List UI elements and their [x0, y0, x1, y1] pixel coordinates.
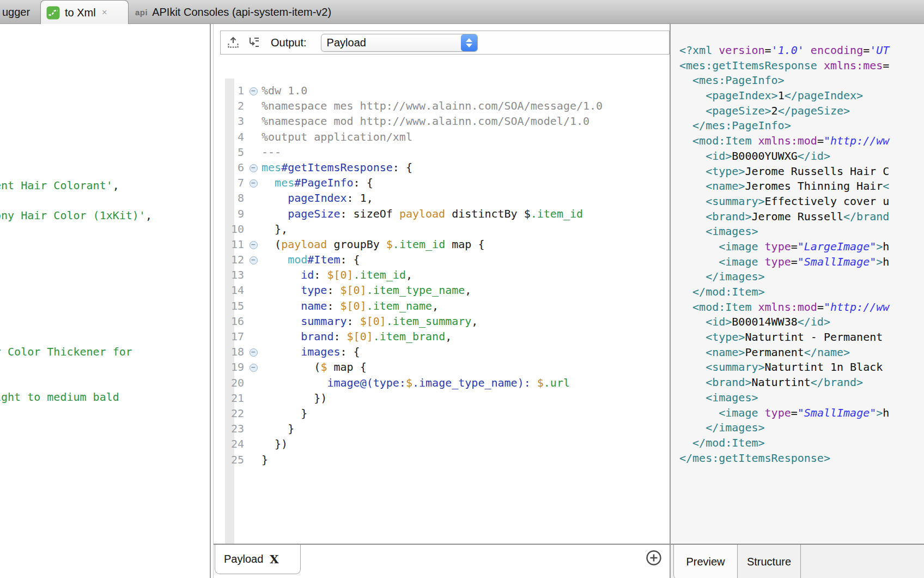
- structure-tab[interactable]: Structure: [738, 545, 801, 578]
- input-preview-panel[interactable]: ent Hair Colorant',ony Hair Color (1xKit…: [0, 24, 211, 578]
- code-segment: mes: [275, 176, 294, 189]
- xml-line: <mod:Item xmlns:mod="http://ww: [679, 300, 924, 315]
- code-segment: </images>: [679, 421, 765, 434]
- code-segment: [262, 191, 288, 204]
- code-segment: <summary>: [679, 195, 765, 208]
- code-segment: "LargeImage": [798, 240, 877, 253]
- code-segment: (: [262, 238, 281, 251]
- code-segment: pageIndex: [288, 191, 346, 204]
- fold-toggle-icon[interactable]: −: [250, 364, 258, 372]
- code-segment: version: [719, 44, 764, 57]
- code-segment: Naturtint - Permanent: [745, 330, 883, 344]
- xml-preview[interactable]: <?xml version='1.0' encoding='UT<mes:get…: [671, 24, 924, 544]
- code-line[interactable]: 24 }): [214, 436, 670, 451]
- code-segment: </mes:PageInfo>: [679, 119, 791, 132]
- code-line[interactable]: 11− (payload groupBy $.item_id map {: [214, 237, 670, 252]
- code-line[interactable]: 15 name: $[0].item_name,: [214, 298, 670, 314]
- line-number: 5: [214, 144, 245, 160]
- code-line[interactable]: 3%namespace mod http://www.alainn.com/SO…: [214, 113, 670, 129]
- code-segment: <images>: [679, 225, 758, 238]
- code-line[interactable]: 1−%dw 1.0: [214, 83, 670, 98]
- code-line[interactable]: 18− images: {: [214, 344, 670, 359]
- xml-line: <brand>Jerome Russell</brand: [679, 209, 924, 225]
- code-segment: distinctBy $: [445, 207, 531, 220]
- fold-toggle-icon[interactable]: −: [250, 348, 258, 357]
- xml-line: <summary>Naturtint 1n Black: [679, 360, 924, 375]
- xml-line: </mes:PageInfo>: [679, 118, 924, 134]
- preview-tab[interactable]: Preview: [673, 545, 738, 578]
- code-segment: Effectively cover u: [765, 195, 890, 208]
- fold-toggle-icon[interactable]: −: [250, 164, 258, 172]
- fold-toggle-icon[interactable]: −: [250, 256, 258, 264]
- code-segment: id: [301, 268, 314, 281]
- input-preview-line: ight to medium bald: [0, 390, 119, 404]
- code-line[interactable]: 12− mod#Item: {: [214, 252, 670, 267]
- code-line[interactable]: 4%output application/xml: [214, 129, 670, 144]
- xml-line: <image type="LargeImage">h: [679, 239, 924, 255]
- code-line[interactable]: 16 summary: $[0].item_summary,: [214, 314, 670, 329]
- code-segment: [262, 330, 301, 343]
- code-segment: <id>: [679, 149, 732, 162]
- payload-bottom-tab[interactable]: Payload X: [215, 545, 301, 574]
- code-line[interactable]: 13 id: $[0].item_id,: [214, 267, 670, 282]
- code-segment: [262, 253, 288, 266]
- code-line[interactable]: 5---: [214, 144, 670, 160]
- code-segment: $: [386, 238, 393, 251]
- code-segment: : 1,: [347, 191, 373, 204]
- add-tab-button[interactable]: [646, 550, 662, 566]
- code-segment: : {: [341, 345, 360, 358]
- code-line[interactable]: 7− mes#PageInfo: {: [214, 175, 670, 190]
- code-line[interactable]: 17 brand: $[0].item_brand,: [214, 329, 670, 344]
- code-line[interactable]: 2%namespace mes http://www.alainn.com/SO…: [214, 98, 670, 113]
- code-segment: </mod:Item>: [679, 285, 765, 298]
- dataweave-code-editor[interactable]: 1−%dw 1.02%namespace mes http://www.alai…: [214, 79, 670, 544]
- output-select[interactable]: Payload: [321, 34, 478, 52]
- code-line[interactable]: 10 },: [214, 221, 670, 237]
- code-segment: ,: [432, 299, 439, 312]
- code-segment: %namespace mod http://www.alainn.com/SOA…: [262, 115, 589, 128]
- code-segment: <id>: [679, 315, 732, 328]
- code-line[interactable]: 14 type: $[0].item_type_name,: [214, 282, 670, 298]
- code-segment: </brand: [843, 210, 889, 223]
- code-segment: =: [765, 44, 771, 57]
- code-line[interactable]: 20 image@(type:$.image_type_name): $.url: [214, 375, 670, 390]
- code-segment: $[0]: [341, 299, 367, 312]
- code-segment: Naturtint 1n Black: [765, 360, 883, 374]
- code-line[interactable]: 8 pageIndex: 1,: [214, 190, 670, 206]
- code-segment: mod: [288, 253, 307, 266]
- tab-close-icon[interactable]: ×: [102, 7, 107, 18]
- code-segment: %namespace mes http://www.alainn.com/SOA…: [262, 99, 603, 112]
- code-segment: ):: [518, 376, 531, 389]
- code-segment: brand: [301, 330, 333, 343]
- code-line[interactable]: 9 pageSize: sizeOf payload distinctBy $.…: [214, 206, 670, 221]
- code-segment: .item_name: [367, 299, 432, 312]
- code-line[interactable]: 19− ($ map {: [214, 359, 670, 375]
- code-line[interactable]: 23 }: [214, 421, 670, 436]
- fold-toggle-icon[interactable]: −: [250, 87, 258, 95]
- tab-debugger-partial[interactable]: ugger: [2, 0, 30, 24]
- xml-line: </mes:getItemsResponse>: [679, 451, 924, 466]
- code-segment: #getItemsResponse: [281, 161, 393, 174]
- tab-apikit-consoles[interactable]: api APIkit Consoles (api-system-item-v2): [135, 0, 331, 24]
- code-segment: #Item: [307, 253, 340, 266]
- xml-line: <pageIndex>1</pageIndex>: [679, 88, 924, 104]
- code-segment: type: [765, 406, 791, 419]
- tree-view-icon[interactable]: [247, 35, 261, 50]
- code-line[interactable]: 21 }): [214, 390, 670, 406]
- line-number: 9: [214, 206, 245, 221]
- export-icon[interactable]: [226, 35, 240, 50]
- tab-to-xml[interactable]: to Xml ×: [40, 0, 129, 25]
- code-segment: ent Hair Colorant': [0, 179, 113, 192]
- code-line[interactable]: 22 }: [214, 406, 670, 421]
- code-segment: }: [262, 453, 268, 466]
- line-number: 17: [214, 329, 245, 344]
- input-preview-line: r Color Thickener for: [0, 345, 132, 358]
- code-segment: ---: [262, 146, 281, 159]
- code-line[interactable]: 25}: [214, 452, 670, 467]
- code-segment: :: [347, 315, 360, 328]
- code-segment: Jerome Russells Hair C: [745, 165, 889, 178]
- fold-toggle-icon[interactable]: −: [250, 241, 258, 249]
- fold-toggle-icon[interactable]: −: [250, 179, 258, 188]
- code-segment: "SmallImage": [798, 406, 877, 419]
- code-line[interactable]: 6−mes#getItemsResponse: {: [214, 160, 670, 175]
